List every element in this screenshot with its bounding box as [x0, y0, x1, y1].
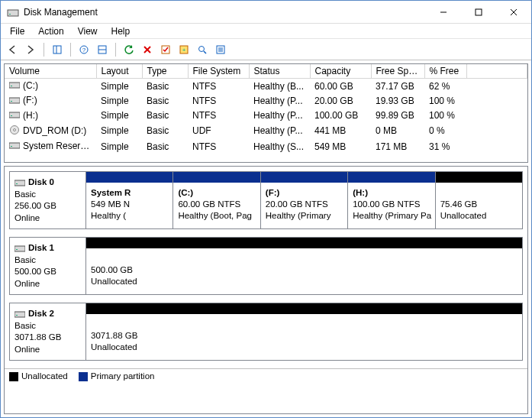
- svg-rect-34: [16, 183, 18, 184]
- cell-capacity: 549 MB: [310, 139, 371, 154]
- col-capacity[interactable]: Capacity: [310, 64, 371, 79]
- disk-row: Disk 1Basic500.00 GBOnline 500.00 GBUnal…: [9, 237, 523, 295]
- cell-status: Healthy (P...: [249, 109, 310, 123]
- delete-icon[interactable]: [139, 41, 156, 58]
- forward-button[interactable]: [22, 41, 39, 58]
- svg-rect-1: [9, 14, 11, 15]
- check-icon[interactable]: [157, 41, 174, 58]
- menu-file[interactable]: File: [4, 24, 31, 38]
- col-freespace[interactable]: Free Spa...: [371, 64, 424, 79]
- partition-status: Healthy (Boot, Pag: [178, 211, 252, 220]
- svg-rect-25: [9, 98, 20, 103]
- menu-view[interactable]: View: [72, 24, 104, 38]
- drive-icon: [9, 110, 20, 122]
- back-button[interactable]: [4, 41, 21, 58]
- disk-type: Basic: [15, 254, 81, 267]
- menu-help[interactable]: Help: [105, 24, 137, 38]
- partition[interactable]: (C:)60.00 GB NTFSHealthy (Boot, Pag: [173, 172, 260, 228]
- col-percentfree[interactable]: % Free: [424, 64, 466, 79]
- partition-status: Unallocated: [440, 211, 487, 220]
- svg-rect-24: [11, 86, 12, 86]
- partition-size: 500.00 GB: [91, 265, 133, 274]
- col-spare[interactable]: [466, 64, 527, 79]
- disk-status: Online: [15, 344, 81, 356]
- disk-name: Disk 0: [28, 177, 54, 186]
- cell-free: 19.93 GB: [371, 93, 424, 108]
- minimize-button[interactable]: [426, 1, 461, 23]
- partition-color-bar: [86, 172, 172, 183]
- partition-status: Unallocated: [91, 342, 137, 352]
- col-volume[interactable]: Volume: [5, 64, 96, 79]
- maximize-button[interactable]: [461, 1, 496, 23]
- legend-unallocated: Unallocated: [9, 371, 68, 381]
- svg-line-18: [204, 51, 206, 53]
- col-filesystem[interactable]: File System: [188, 64, 249, 79]
- col-layout[interactable]: Layout: [96, 64, 142, 79]
- cell-fs: NTFS: [188, 109, 249, 123]
- unallocated-region[interactable]: 75.46 GBUnallocated: [436, 172, 522, 228]
- partition-status: Healthy (Primary: [266, 211, 331, 220]
- table-row[interactable]: System ReservedSimpleBasicNTFSHealthy (S…: [5, 139, 527, 154]
- show-hide-console-tree-icon[interactable]: [49, 41, 66, 58]
- table-row[interactable]: (H:)SimpleBasicNTFSHealthy (P...100.00 G…: [5, 109, 527, 123]
- cell-status: Healthy (P...: [249, 93, 310, 108]
- svg-rect-23: [9, 83, 20, 88]
- toolbar-separator: [44, 43, 44, 57]
- cell-type: Basic: [142, 93, 188, 108]
- find-icon[interactable]: [194, 41, 211, 58]
- help-icon[interactable]: ?: [76, 41, 92, 58]
- table-row[interactable]: DVD_ROM (D:)SimpleBasicUDFHealthy (P...4…: [5, 123, 527, 139]
- col-status[interactable]: Status: [249, 64, 310, 79]
- partition-size: 549 MB N: [91, 199, 130, 209]
- cell-status: Healthy (B...: [249, 79, 310, 94]
- partition-color-bar: [86, 303, 522, 314]
- disk-icon: [15, 309, 25, 319]
- table-row[interactable]: (C:)SimpleBasicNTFSHealthy (B...60.00 GB…: [5, 79, 527, 94]
- table-row[interactable]: (F:)SimpleBasicNTFSHealthy (P...20.00 GB…: [5, 93, 527, 108]
- svg-rect-38: [16, 315, 18, 316]
- partition[interactable]: System R549 MB NHealthy (: [86, 172, 173, 228]
- menu-action[interactable]: Action: [32, 24, 69, 38]
- cell-pct: 100 %: [424, 93, 466, 108]
- cell-volume: (C:): [23, 80, 38, 91]
- volume-table[interactable]: Volume Layout Type File System Status Ca…: [5, 64, 527, 154]
- svg-rect-0: [8, 10, 18, 16]
- disk-info[interactable]: Disk 2Basic3071.88 GBOnline: [10, 303, 86, 360]
- partition-color-bar: [173, 172, 260, 183]
- partition-label: System R: [91, 187, 168, 199]
- list-icon[interactable]: [212, 41, 229, 58]
- cell-status: Healthy (P...: [249, 123, 310, 139]
- legend-swatch-black: [9, 372, 18, 381]
- cell-free: 0 MB: [371, 123, 424, 139]
- svg-rect-35: [15, 246, 25, 251]
- partition-label: (C:): [178, 187, 255, 199]
- new-icon[interactable]: +: [176, 41, 192, 58]
- refresh-icon[interactable]: [121, 41, 137, 58]
- cell-layout: Simple: [96, 123, 142, 139]
- partition-color-bar: [261, 172, 347, 183]
- cell-volume: (H:): [23, 110, 38, 121]
- svg-rect-37: [15, 312, 25, 317]
- svg-rect-26: [11, 101, 12, 102]
- close-button[interactable]: [496, 1, 531, 23]
- unallocated-region[interactable]: 500.00 GBUnallocated: [86, 238, 522, 294]
- partition[interactable]: (F:)20.00 GB NTFSHealthy (Primary: [261, 172, 348, 228]
- partition-size: 100.00 GB NTFS: [353, 199, 420, 209]
- unallocated-region[interactable]: 3071.88 GBUnallocated: [86, 303, 522, 360]
- svg-rect-3: [476, 9, 482, 15]
- cell-fs: NTFS: [188, 139, 249, 154]
- partition[interactable]: (H:)100.00 GB NTFSHealthy (Primary Pa: [348, 172, 435, 228]
- disk-type: Basic: [15, 320, 81, 332]
- svg-rect-32: [11, 146, 12, 147]
- disk-info[interactable]: Disk 1Basic500.00 GBOnline: [10, 238, 86, 294]
- col-type[interactable]: Type: [142, 64, 188, 79]
- cell-free: 171 MB: [371, 139, 424, 154]
- svg-point-30: [14, 128, 16, 131]
- disk-info[interactable]: Disk 0Basic256.00 GBOnline: [10, 172, 86, 228]
- disk-size: 3071.88 GB: [15, 332, 81, 344]
- partition-label: (H:): [353, 187, 430, 199]
- partition-size: 60.00 GB NTFS: [178, 199, 240, 209]
- settings-top-bottom-icon[interactable]: [94, 41, 111, 58]
- cell-free: 99.89 GB: [371, 109, 424, 123]
- disk-partitions: 3071.88 GBUnallocated: [86, 303, 522, 360]
